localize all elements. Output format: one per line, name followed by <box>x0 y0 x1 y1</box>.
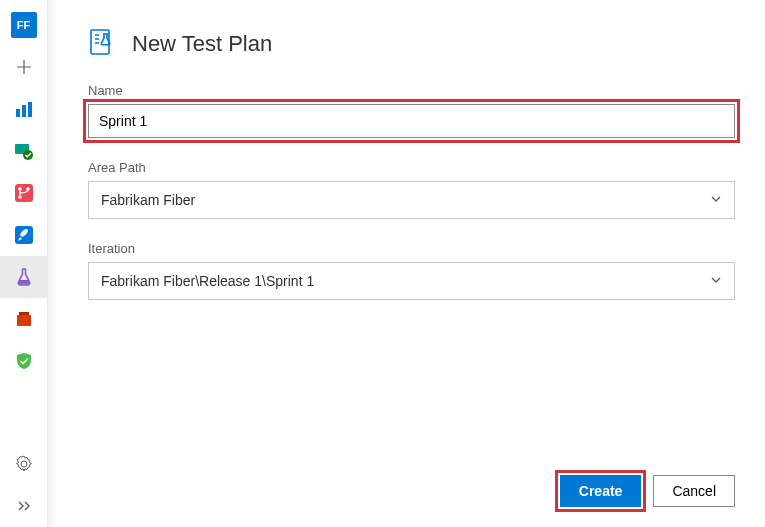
svg-rect-1 <box>22 105 26 117</box>
sidebar-pipelines[interactable] <box>0 214 48 256</box>
cancel-button[interactable]: Cancel <box>653 475 735 507</box>
svg-point-8 <box>18 195 22 199</box>
sidebar-settings[interactable] <box>0 443 48 485</box>
svg-rect-2 <box>28 102 32 117</box>
gear-icon <box>13 453 35 475</box>
svg-point-4 <box>23 150 33 160</box>
header: New Test Plan <box>88 28 735 59</box>
name-input[interactable] <box>88 104 735 138</box>
chart-icon <box>13 98 35 120</box>
board-check-icon <box>13 140 35 162</box>
field-area-path: Area Path Fabrikam Fiber <box>88 160 735 219</box>
org-badge-icon: FF <box>11 12 37 38</box>
sidebar-compliance[interactable] <box>0 340 48 382</box>
sidebar-org[interactable]: FF <box>0 4 48 46</box>
sidebar-test-plans[interactable] <box>0 256 48 298</box>
area-path-value: Fabrikam Fiber <box>101 192 195 208</box>
sidebar-add[interactable] <box>0 46 48 88</box>
page-title: New Test Plan <box>132 31 272 57</box>
sidebar: FF <box>0 0 48 527</box>
iteration-label: Iteration <box>88 241 735 256</box>
field-iteration: Iteration Fabrikam Fiber\Release 1\Sprin… <box>88 241 735 300</box>
main-panel: New Test Plan Name Area Path Fabrikam Fi… <box>58 0 765 527</box>
svg-point-6 <box>18 187 22 191</box>
sidebar-repos[interactable] <box>0 172 48 214</box>
chevron-down-icon <box>710 273 722 289</box>
package-icon <box>13 308 35 330</box>
plus-icon <box>13 56 35 78</box>
footer: Create Cancel <box>88 455 735 507</box>
area-path-label: Area Path <box>88 160 735 175</box>
name-label: Name <box>88 83 735 98</box>
test-plan-icon <box>88 28 116 59</box>
sidebar-boards[interactable] <box>0 130 48 172</box>
chevron-double-right-icon <box>13 495 35 517</box>
rocket-icon <box>13 224 35 246</box>
sidebar-artifacts[interactable] <box>0 298 48 340</box>
chevron-down-icon <box>710 192 722 208</box>
flask-icon <box>13 266 35 288</box>
sidebar-expand[interactable] <box>0 485 48 527</box>
svg-rect-10 <box>17 315 31 326</box>
branch-icon <box>13 182 35 204</box>
iteration-dropdown[interactable]: Fabrikam Fiber\Release 1\Sprint 1 <box>88 262 735 300</box>
svg-rect-11 <box>19 312 29 315</box>
area-path-dropdown[interactable]: Fabrikam Fiber <box>88 181 735 219</box>
svg-rect-0 <box>16 109 20 117</box>
iteration-value: Fabrikam Fiber\Release 1\Sprint 1 <box>101 273 314 289</box>
create-button[interactable]: Create <box>560 475 642 507</box>
sidebar-overview[interactable] <box>0 88 48 130</box>
field-name: Name <box>88 83 735 138</box>
panel-shadow <box>48 0 58 527</box>
shield-check-icon <box>13 350 35 372</box>
